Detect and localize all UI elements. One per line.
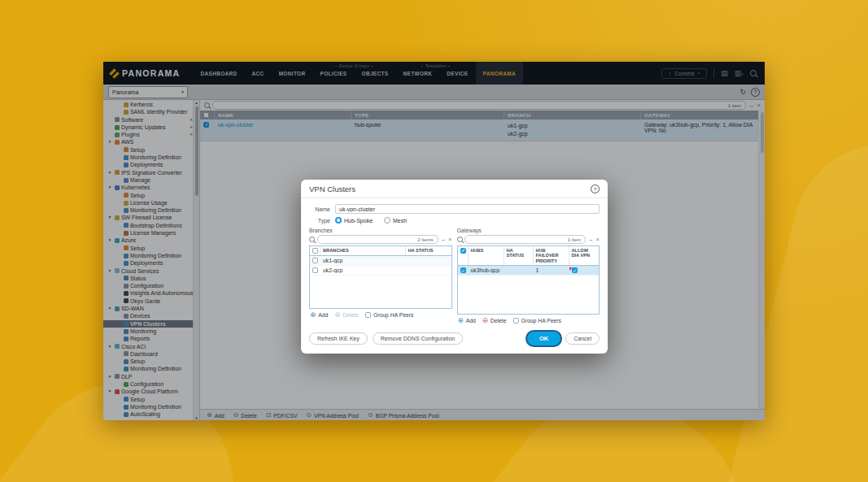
delete-icon: ⊖ bbox=[482, 317, 488, 324]
search-icon bbox=[309, 237, 315, 242]
clear-filter-icon[interactable]: × bbox=[448, 237, 451, 243]
group-ha-peers-checkbox[interactable]: Group HA Peers bbox=[513, 318, 562, 324]
branch-name-cell: uk1-gcp bbox=[321, 258, 406, 263]
dialog-header: VPN Clusters ? bbox=[301, 180, 608, 198]
checkbox-icon[interactable] bbox=[513, 318, 519, 324]
branch-row[interactable]: uk2-gcp bbox=[310, 266, 451, 276]
name-label: Name bbox=[309, 206, 330, 212]
delete-button-disabled: ⊖ Delete bbox=[334, 311, 359, 319]
type-label: Type bbox=[309, 218, 330, 224]
apply-filter-icon[interactable]: → bbox=[440, 237, 447, 243]
branches-table-header: BRANCHES HA STATUS bbox=[310, 246, 451, 256]
dialog-footer: Refresh IKE Key Remove DDNS Configuratio… bbox=[301, 324, 608, 354]
branches-search-input[interactable]: 2 items bbox=[317, 235, 438, 244]
allow-dia-vpn-cell bbox=[569, 267, 600, 273]
add-button[interactable]: ⊕ Add bbox=[310, 311, 328, 319]
gateways-count: 1 item bbox=[568, 237, 581, 242]
branch-row[interactable]: uk1-gcp bbox=[310, 256, 451, 266]
gateways-table-header: HUBS HA STATUS HUB FAILOVER PRIORITY ALL… bbox=[458, 246, 600, 266]
type-radio[interactable]: Hub-Spoke bbox=[335, 217, 373, 224]
vpn-clusters-dialog: VPN Clusters ? Name Type Hub-Spoke bbox=[301, 180, 608, 354]
add-icon: ⊕ bbox=[458, 317, 464, 324]
select-all-checkbox[interactable] bbox=[312, 248, 318, 254]
help-icon[interactable]: ? bbox=[591, 185, 600, 193]
select-all-checkbox[interactable] bbox=[460, 248, 466, 254]
radio-icon[interactable] bbox=[335, 217, 342, 224]
checkbox-icon[interactable] bbox=[365, 312, 371, 318]
gateways-label: Gateways bbox=[457, 228, 600, 233]
add-icon: ⊕ bbox=[310, 311, 316, 319]
gateways-search-input[interactable]: 1 item bbox=[465, 235, 586, 244]
gateway-row[interactable]: uk3hub-gcp 1 bbox=[458, 266, 600, 276]
add-button[interactable]: ⊕ Add bbox=[458, 317, 476, 324]
group-ha-peers-checkbox[interactable]: Group HA Peers bbox=[365, 312, 414, 318]
cancel-button[interactable]: Cancel bbox=[565, 332, 600, 345]
delete-icon: ⊖ bbox=[334, 311, 340, 319]
hub-name-cell: uk3hub-gcp bbox=[469, 267, 504, 273]
allow-dia-checkbox[interactable] bbox=[572, 267, 578, 273]
branches-panel: Branches 2 items → × BRANCHES HA S bbox=[309, 227, 452, 324]
type-radio[interactable]: Mesh bbox=[384, 217, 407, 224]
refresh-ike-key-button[interactable]: Refresh IKE Key bbox=[309, 332, 368, 345]
branches-footer: ⊕ Add ⊖ Delete Group HA Peers bbox=[309, 309, 452, 319]
dialog-title: VPN Clusters bbox=[309, 185, 355, 193]
priority-cell: 1 bbox=[534, 267, 569, 273]
row-checkbox[interactable] bbox=[312, 258, 318, 263]
row-checkbox[interactable] bbox=[312, 267, 318, 273]
radio-icon[interactable] bbox=[384, 217, 390, 224]
remove-ddns-button[interactable]: Remove DDNS Configuration bbox=[373, 332, 463, 345]
branches-label: Branches bbox=[309, 228, 452, 233]
name-field[interactable] bbox=[335, 204, 600, 214]
gateways-table-body: uk3hub-gcp 1 bbox=[458, 266, 600, 314]
delete-button[interactable]: ⊖ Delete bbox=[482, 317, 507, 324]
search-icon bbox=[457, 237, 463, 242]
branch-name-cell: uk2-gcp bbox=[321, 267, 406, 273]
gateways-panel: Gateways 1 item → × HUBS HA STATUS bbox=[457, 227, 600, 324]
branches-table-body: uk1-gcp uk2-gcp bbox=[310, 256, 451, 308]
panorama-window: PANORAMA DASHBOARDACCMONITOR Device Grou… bbox=[103, 62, 765, 420]
clear-filter-icon[interactable]: × bbox=[596, 237, 600, 243]
ok-button[interactable]: OK bbox=[527, 332, 560, 345]
row-checkbox[interactable] bbox=[460, 267, 466, 273]
gateways-footer: ⊕ Add ⊖ Delete Group HA Peers bbox=[457, 315, 600, 324]
branches-count: 2 items bbox=[417, 237, 433, 242]
apply-filter-icon[interactable]: → bbox=[588, 237, 595, 243]
